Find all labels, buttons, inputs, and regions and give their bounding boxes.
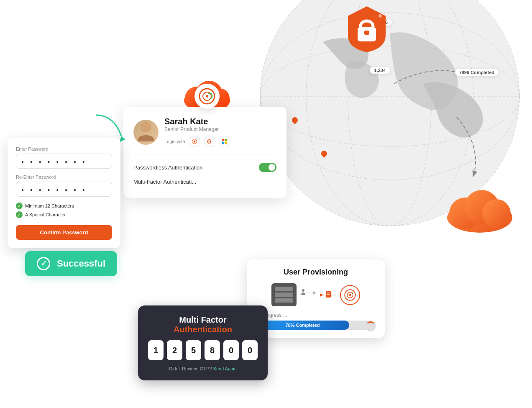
microsoft-icon-btn[interactable] xyxy=(219,136,230,147)
mfa-title: Multi Factor xyxy=(148,315,258,325)
login-card: Sarah Kate Senior Product Manager Login … xyxy=(123,107,286,198)
provisioning-title: User Provisioning xyxy=(256,268,376,277)
in-progress-label: In Progress ... xyxy=(256,312,376,318)
server-icon xyxy=(271,283,297,306)
validation-min-chars: Minimum 12 Characters xyxy=(16,203,112,209)
validation-special-char: A Special Character xyxy=(16,211,112,218)
svg-point-26 xyxy=(193,141,195,143)
login-card-header: Sarah Kate Senior Product Manager Login … xyxy=(133,117,276,147)
loading-spinner xyxy=(366,321,376,331)
mfa-label: Multi-Factor Authenticati... xyxy=(133,179,196,185)
server-row-2 xyxy=(275,293,293,297)
svg-rect-29 xyxy=(222,142,224,144)
server-row-1 xyxy=(275,287,293,291)
svg-rect-28 xyxy=(225,139,227,141)
otp-digit-5[interactable]: 0 xyxy=(223,340,239,360)
flow-arrow-2 xyxy=(320,289,337,301)
brand-center-icon xyxy=(194,84,220,109)
otp-digit-3[interactable]: 5 xyxy=(186,340,201,360)
cloud-right xyxy=(442,188,517,238)
check-icon-2 xyxy=(16,211,23,218)
svg-point-22 xyxy=(206,95,208,98)
resend-link[interactable]: Send Again xyxy=(213,366,237,371)
password-card: Enter Password ● ● ● ● ● ● ● ● Re-Enter … xyxy=(8,138,120,248)
provisioning-flow xyxy=(256,283,376,306)
login-with-row: Login with G xyxy=(164,136,230,147)
stat-badge-2: 1,234 xyxy=(370,67,390,74)
svg-point-10 xyxy=(379,14,382,18)
svg-rect-9 xyxy=(364,31,369,35)
success-check-icon: ✓ xyxy=(37,257,50,270)
auth-options: Passwordless Authentication Multi-Factor… xyxy=(133,154,276,188)
svg-point-41 xyxy=(349,294,351,296)
otp-row: 1 2 5 8 0 0 xyxy=(148,340,258,360)
progress-bar-fill: 78% Completed xyxy=(256,321,349,330)
svg-marker-32 xyxy=(313,291,317,295)
otp-digit-1[interactable]: 1 xyxy=(148,340,164,360)
otp-digit-2[interactable]: 2 xyxy=(167,340,182,360)
mfa-auth-row: Multi-Factor Authenticati... xyxy=(133,175,276,188)
mfa-subtitle: Authentication xyxy=(148,325,258,334)
user-name: Sarah Kate xyxy=(164,117,230,126)
stat-badge-completed: 7896 Completed xyxy=(455,69,499,76)
server-row-3 xyxy=(275,298,293,303)
success-text: Successful xyxy=(57,258,105,269)
confirm-password-button[interactable]: Confirm Password xyxy=(16,225,112,240)
lock-shield xyxy=(344,4,390,54)
otp-digit-4[interactable]: 8 xyxy=(205,340,220,360)
user-info: Sarah Kate Senior Product Manager Login … xyxy=(164,117,230,147)
svg-rect-30 xyxy=(225,142,227,144)
login-with-label: Login with xyxy=(164,139,185,144)
svg-point-18 xyxy=(482,199,511,228)
brand-icon-btn[interactable] xyxy=(189,136,200,147)
resend-text: Didn't Recieve OTP? xyxy=(169,366,212,371)
svg-rect-27 xyxy=(222,139,224,141)
flow-arrow-1 xyxy=(300,289,317,301)
svg-point-24 xyxy=(141,123,151,132)
svg-point-33 xyxy=(302,289,304,292)
passwordless-toggle[interactable] xyxy=(259,163,276,172)
reenter-password-field-display[interactable]: ● ● ● ● ● ● ● ● xyxy=(16,182,112,197)
svg-marker-35 xyxy=(320,293,323,297)
prov-center-icon xyxy=(340,285,360,305)
otp-digit-6[interactable]: 0 xyxy=(242,340,258,360)
mfa-card: Multi Factor Authentication 1 2 5 8 0 0 … xyxy=(138,305,268,380)
google-icon-btn[interactable]: G xyxy=(204,136,215,147)
check-icon-1 xyxy=(16,203,23,209)
svg-rect-36 xyxy=(326,291,331,298)
passwordless-label: Passwordless Authentication xyxy=(133,164,202,171)
reenter-password-label: Re-Enter Password xyxy=(16,174,112,180)
resend-row: Didn't Recieve OTP? Send Again xyxy=(148,366,258,371)
enter-password-label: Enter Password xyxy=(16,146,112,151)
user-role: Senior Product Manager xyxy=(164,126,230,132)
success-badge: ✓ Successful xyxy=(25,251,117,276)
progress-bar: 78% Completed xyxy=(256,321,376,330)
password-field-display[interactable]: ● ● ● ● ● ● ● ● xyxy=(16,154,112,169)
passwordless-auth-row: Passwordless Authentication xyxy=(133,159,276,175)
progress-label: 78% Completed xyxy=(286,323,320,328)
